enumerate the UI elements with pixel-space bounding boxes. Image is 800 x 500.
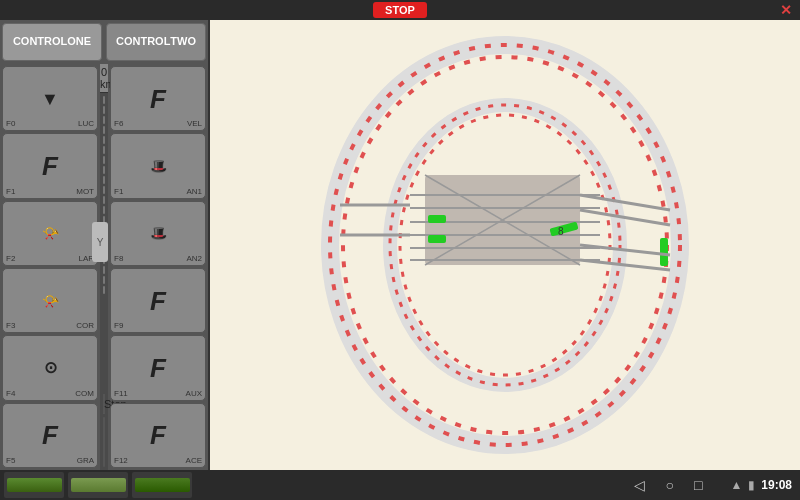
track-diagram: 8 <box>210 20 800 470</box>
btn-f6[interactable]: F F6 VEL <box>110 66 206 131</box>
btn-f1b[interactable]: 🎩 F1 AN1 <box>110 133 206 198</box>
btn-f9[interactable]: F F9 <box>110 268 206 333</box>
loco-thumb-2[interactable] <box>68 472 128 498</box>
f3-label: F3 <box>6 321 15 330</box>
aux-label: AUX <box>186 389 202 398</box>
speed-bar-17 <box>103 266 105 274</box>
f0-label: F0 <box>6 119 15 128</box>
nav-icons: ◁ ○ □ <box>614 477 722 493</box>
loco-thumb-3[interactable] <box>132 472 192 498</box>
main-content: CONTROL ONE CONTROL TWO ▼ F0 LUC F F1 <box>0 20 800 470</box>
loco-thumb-1[interactable] <box>4 472 64 498</box>
speed-bar-9 <box>103 186 105 194</box>
loco-thumbnails <box>0 470 614 500</box>
svg-rect-19 <box>660 238 668 266</box>
f6-letter-icon: F <box>150 86 166 112</box>
apps-button[interactable]: □ <box>694 477 702 493</box>
circle-icon: ⊙ <box>44 360 57 376</box>
clock: 19:08 <box>761 478 792 492</box>
horn-icon: 📯 <box>42 226 59 240</box>
speed-bottom: Stop ❮ #19 319.2 ❯ <box>100 391 108 470</box>
an2-label: AN2 <box>186 254 202 263</box>
horn2-icon: 📯 <box>42 294 59 308</box>
left-panel: CONTROL ONE CONTROL TWO ▼ F0 LUC F F1 <box>0 20 210 470</box>
gra-label: GRA <box>77 456 94 465</box>
home-button[interactable]: ○ <box>665 477 673 493</box>
speed-panel: 0 km/h Y Stop ❮ # <box>100 64 108 470</box>
speed-bar-6 <box>103 156 105 164</box>
f11-letter-icon: F <box>150 355 166 381</box>
func-col-left: ▼ F0 LUC F F1 MOT 📯 F2 LAR 📯 F3 CO <box>0 64 100 470</box>
right-panel: 8 <box>210 20 800 470</box>
stop-button[interactable]: STOP <box>373 2 427 18</box>
btn-f12[interactable]: F F12 ACE <box>110 403 206 468</box>
close-icon[interactable]: ✕ <box>780 2 792 18</box>
funnel-icon: ▼ <box>41 90 59 108</box>
f11-label: F11 <box>114 389 128 398</box>
f12-label: F12 <box>114 456 128 465</box>
bottom-bar: ◁ ○ □ ▲ ▮ 19:08 <box>0 470 800 500</box>
hat2-icon: 🎩 <box>150 226 167 240</box>
speed-bar-5 <box>103 146 105 154</box>
f4-label: F4 <box>6 389 15 398</box>
svg-text:8: 8 <box>558 226 564 237</box>
f5-letter-icon: F <box>42 422 58 448</box>
loco-thumb-1-body <box>7 478 62 492</box>
speed-bar-10 <box>103 196 105 204</box>
func-col-right: F F6 VEL 🎩 F1 AN1 🎩 F8 AN2 F F9 <box>108 64 208 470</box>
top-bar: STOP ✕ <box>0 0 800 20</box>
speed-bar-2 <box>103 116 105 124</box>
f1-label: F1 <box>6 187 15 196</box>
speed-knob[interactable]: Y <box>92 222 108 262</box>
f8-label: F8 <box>114 254 123 263</box>
btn-f11[interactable]: F F11 AUX <box>110 335 206 400</box>
com-label: COM <box>75 389 94 398</box>
f6-label: F6 <box>114 119 123 128</box>
mot-label: MOT <box>76 187 94 196</box>
speed-bar-11 <box>103 206 105 214</box>
ace-label: ACE <box>186 456 202 465</box>
speed-display: 0 km/h <box>100 64 108 93</box>
btn-f0[interactable]: ▼ F0 LUC <box>2 66 98 131</box>
btn-f5[interactable]: F F5 GRA <box>2 403 98 468</box>
f9-label: F9 <box>114 321 123 330</box>
svg-rect-16 <box>428 215 446 223</box>
speed-bar-7 <box>103 166 105 174</box>
f12-letter-icon: F <box>150 422 166 448</box>
loco-selector: ❮ #19 319.2 ❯ <box>103 417 105 467</box>
controls-area: ▼ F0 LUC F F1 MOT 📯 F2 LAR 📯 F3 CO <box>0 64 208 470</box>
btn-f4[interactable]: ⊙ F4 COM <box>2 335 98 400</box>
tab-control-two[interactable]: CONTROL TWO <box>106 23 206 61</box>
cor-label: COR <box>76 321 94 330</box>
btn-f8[interactable]: 🎩 F8 AN2 <box>110 201 206 266</box>
hat-icon: 🎩 <box>150 159 167 173</box>
speed-slider-area[interactable]: Y <box>100 93 108 391</box>
vel-label: VEL <box>187 119 202 128</box>
speed-bar-18 <box>103 276 105 284</box>
tab-control-one[interactable]: CONTROL ONE <box>2 23 102 61</box>
back-button[interactable]: ◁ <box>634 477 645 493</box>
status-right: ▲ ▮ 19:08 <box>722 478 800 492</box>
speed-bar-0 <box>103 96 105 104</box>
loco-thumb-2-body <box>71 478 126 492</box>
stop-small-button[interactable]: Stop <box>103 394 105 414</box>
btn-f2[interactable]: 📯 F2 LAR <box>2 201 98 266</box>
an1-label: AN1 <box>186 187 202 196</box>
btn-f1[interactable]: F F1 MOT <box>2 133 98 198</box>
battery-icon: ▮ <box>748 478 755 492</box>
speed-bar-4 <box>103 136 105 144</box>
tab-headers: CONTROL ONE CONTROL TWO <box>0 20 208 64</box>
f-letter-icon: F <box>42 153 58 179</box>
speed-bar-8 <box>103 176 105 184</box>
wifi-icon: ▲ <box>730 478 742 492</box>
speed-bar-3 <box>103 126 105 134</box>
luc-label: LUC <box>78 119 94 128</box>
f1b-label: F1 <box>114 187 123 196</box>
btn-f3[interactable]: 📯 F3 COR <box>2 268 98 333</box>
f5-label: F5 <box>6 456 15 465</box>
loco-thumb-3-body <box>135 478 190 492</box>
speed-bar-1 <box>103 106 105 114</box>
f2-label: F2 <box>6 254 15 263</box>
prev-loco-button[interactable]: ❮ <box>103 417 105 467</box>
speed-bar-19 <box>103 286 105 294</box>
